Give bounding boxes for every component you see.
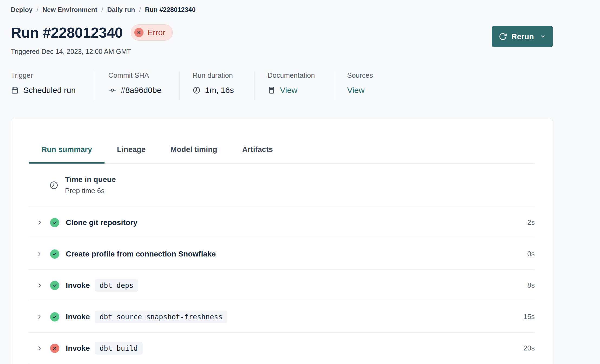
step-label: Invoke xyxy=(66,281,90,290)
tab-bar: Run summary Lineage Model timing Artifac… xyxy=(29,135,535,164)
check-circle-icon xyxy=(50,281,59,290)
meta-label: Sources xyxy=(347,71,373,80)
chevron-right-icon[interactable] xyxy=(37,251,43,257)
meta-commit-sha: Commit SHA #8a96d0be xyxy=(95,71,180,100)
triggered-timestamp: Triggered Dec 14, 2023, 12:00 AM GMT xyxy=(11,48,173,56)
step-command-chip: dbt build xyxy=(95,342,143,355)
sources-view-link[interactable]: View xyxy=(347,86,364,95)
refresh-icon xyxy=(499,32,507,41)
check-circle-icon xyxy=(50,218,59,227)
step-row-create-profile[interactable]: Create profile from connection Snowflake… xyxy=(29,238,535,270)
run-detail-page: Deploy / New Environment / Daily run / R… xyxy=(0,0,564,364)
breadcrumb-separator: / xyxy=(101,6,103,14)
breadcrumb-job[interactable]: Daily run xyxy=(107,6,135,14)
chevron-right-icon[interactable] xyxy=(37,345,43,351)
step-label: Invoke xyxy=(66,344,90,353)
step-command-chip: dbt source snapshot-freshness xyxy=(95,311,227,323)
status-badge-label: Error xyxy=(147,28,165,37)
step-duration: 8s xyxy=(527,281,535,290)
run-summary-card: Run summary Lineage Model timing Artifac… xyxy=(11,118,553,364)
breadcrumb-run-current: Run #228012340 xyxy=(145,6,195,14)
breadcrumb-environment[interactable]: New Environment xyxy=(43,6,97,14)
step-duration: 15s xyxy=(523,313,535,321)
step-duration: 0s xyxy=(527,250,535,258)
rerun-button-label: Rerun xyxy=(511,32,534,41)
check-circle-icon xyxy=(50,249,59,259)
clock-icon xyxy=(193,86,201,94)
step-row-dbt-build[interactable]: Invoke dbt build 20s xyxy=(29,333,535,364)
step-row-dbt-deps[interactable]: Invoke dbt deps 8s xyxy=(29,270,535,301)
step-label: Clone git repository xyxy=(66,218,137,227)
tab-artifacts[interactable]: Artifacts xyxy=(230,135,285,163)
meta-label: Run duration xyxy=(193,71,241,80)
calendar-icon xyxy=(11,86,19,94)
step-duration: 20s xyxy=(523,344,535,352)
tab-model-timing[interactable]: Model timing xyxy=(158,135,230,163)
step-label: Invoke xyxy=(66,313,90,321)
breadcrumb: Deploy / New Environment / Daily run / R… xyxy=(11,6,553,14)
chevron-down-icon[interactable] xyxy=(540,34,546,40)
step-duration: 2s xyxy=(527,218,535,227)
meta-documentation: Documentation View xyxy=(255,71,334,100)
chevron-right-icon[interactable] xyxy=(37,282,43,288)
clock-icon xyxy=(49,181,58,190)
time-in-queue-section: Time in queue Prep time 6s xyxy=(29,164,535,207)
x-circle-icon xyxy=(50,344,59,353)
prep-time-link[interactable]: Prep time 6s xyxy=(65,187,105,195)
meta-label: Commit SHA xyxy=(108,71,166,80)
step-row-source-freshness[interactable]: Invoke dbt source snapshot-freshness 15s xyxy=(29,301,535,333)
rerun-button[interactable]: Rerun xyxy=(492,26,553,47)
documentation-view-link[interactable]: View xyxy=(280,86,297,95)
meta-sources: Sources View xyxy=(334,71,386,100)
header: Run #228012340 Error Triggered Dec 14, 2… xyxy=(11,24,553,56)
check-circle-icon xyxy=(50,312,59,321)
meta-label: Documentation xyxy=(268,71,321,80)
tab-run-summary[interactable]: Run summary xyxy=(29,135,105,163)
header-left: Run #228012340 Error Triggered Dec 14, 2… xyxy=(11,24,173,56)
trigger-value: Scheduled run xyxy=(23,86,76,95)
step-label: Create profile from connection Snowflake xyxy=(66,250,216,258)
commit-sha-value: #8a96d0be xyxy=(121,86,161,95)
meta-label: Trigger xyxy=(11,71,82,80)
document-icon xyxy=(268,86,276,94)
chevron-right-icon[interactable] xyxy=(37,220,43,226)
run-duration-value: 1m, 16s xyxy=(205,86,234,95)
commit-icon xyxy=(108,86,116,94)
meta-run-duration: Run duration 1m, 16s xyxy=(180,71,255,100)
x-circle-icon xyxy=(134,28,144,37)
chevron-right-icon[interactable] xyxy=(37,314,43,320)
breadcrumb-separator: / xyxy=(139,6,141,14)
title-row: Run #228012340 Error xyxy=(11,24,173,41)
status-badge: Error xyxy=(131,24,173,41)
page-title: Run #228012340 xyxy=(11,25,123,40)
meta-trigger: Trigger Scheduled run xyxy=(11,71,95,100)
breadcrumb-deploy[interactable]: Deploy xyxy=(11,6,32,14)
breadcrumb-separator: / xyxy=(37,6,38,14)
step-command-chip: dbt deps xyxy=(95,279,138,292)
run-meta-strip: Trigger Scheduled run Commit SHA xyxy=(11,71,553,100)
time-in-queue-title: Time in queue xyxy=(65,175,116,184)
tab-lineage[interactable]: Lineage xyxy=(105,135,158,163)
step-row-clone-git[interactable]: Clone git repository 2s xyxy=(29,207,535,238)
